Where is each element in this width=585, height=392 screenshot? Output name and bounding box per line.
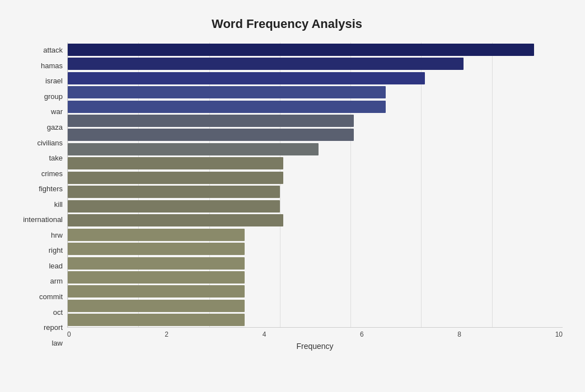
bar-row — [68, 85, 563, 99]
bar — [68, 186, 280, 198]
y-label: crimes — [41, 170, 63, 177]
y-label: hamas — [41, 62, 63, 69]
bar — [68, 129, 354, 141]
bar-row — [68, 285, 563, 299]
x-tick: 8 — [457, 330, 461, 338]
y-label: gaza — [47, 124, 63, 131]
bar — [68, 86, 386, 98]
bar-row — [68, 128, 563, 142]
y-label: right — [49, 247, 63, 254]
y-label: war — [51, 108, 63, 115]
bar-row — [68, 56, 563, 70]
bar-row — [68, 242, 563, 256]
y-label: oct — [53, 309, 63, 316]
bar — [68, 243, 245, 255]
bar — [68, 229, 245, 241]
chart-title: Word Frequency Analysis — [11, 11, 563, 31]
y-label: civilians — [37, 139, 63, 147]
x-tick: 2 — [165, 330, 169, 338]
bars-and-xaxis: 0246810 Frequency — [67, 42, 563, 351]
bar — [68, 200, 280, 212]
bar — [68, 44, 534, 56]
bar-row — [68, 42, 563, 56]
y-label: kill — [54, 201, 63, 208]
x-axis: 0246810 — [67, 328, 563, 338]
y-label: commit — [39, 293, 63, 300]
bar-row — [68, 171, 563, 185]
bar-row — [68, 71, 563, 85]
bar-row — [68, 256, 563, 270]
bar-row — [68, 100, 563, 114]
y-label: arm — [50, 277, 63, 285]
bar-row — [68, 199, 563, 213]
y-label: attack — [43, 46, 63, 54]
y-label: hrw — [51, 232, 63, 239]
bar — [68, 72, 425, 84]
x-tick: 6 — [360, 330, 364, 338]
bar — [68, 257, 245, 270]
bar — [68, 214, 283, 226]
bar — [68, 143, 319, 155]
bar — [68, 271, 245, 284]
bar — [68, 285, 245, 297]
y-label: group — [44, 93, 63, 100]
bars-section — [67, 42, 563, 328]
bar-row — [68, 142, 563, 156]
bar-row — [68, 114, 563, 127]
y-label: lead — [49, 262, 63, 270]
bar-row — [68, 299, 563, 313]
y-label: fighters — [39, 185, 63, 192]
x-tick: 10 — [555, 330, 563, 338]
y-label: law — [52, 339, 63, 347]
x-axis-label: Frequency — [67, 342, 563, 351]
chart-area: attackhamasisraelgroupwargazaciviliansta… — [11, 42, 563, 351]
x-tick: 0 — [67, 330, 71, 338]
chart-container: Word Frequency Analysis attackhamasisrae… — [0, 0, 585, 392]
y-label: israel — [45, 77, 63, 84]
bar — [68, 300, 245, 312]
bar — [68, 101, 386, 113]
bar — [68, 58, 464, 70]
bar-row — [68, 313, 563, 327]
y-label: take — [49, 154, 63, 162]
y-label: international — [23, 216, 63, 223]
bar — [68, 157, 283, 169]
bar — [68, 172, 283, 184]
y-axis-labels: attackhamasisraelgroupwargazaciviliansta… — [11, 42, 67, 351]
bar — [68, 314, 245, 326]
bar-row — [68, 185, 563, 199]
y-label: report — [44, 324, 63, 331]
bar — [68, 115, 354, 127]
bar-row — [68, 157, 563, 171]
x-tick: 4 — [263, 330, 266, 338]
bar-row — [68, 213, 563, 227]
bar-row — [68, 270, 563, 284]
bar-row — [68, 228, 563, 242]
